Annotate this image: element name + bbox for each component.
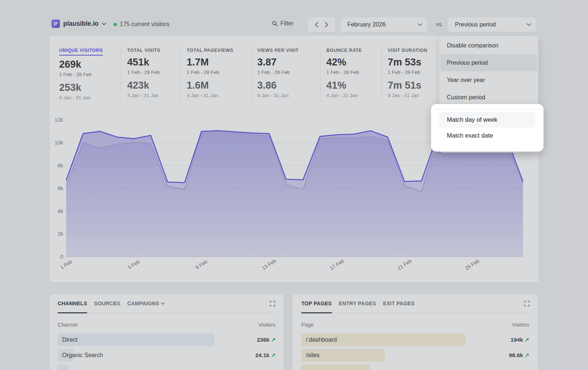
divider — [435, 109, 540, 110]
match-mode-spotlight: Match day of week Match exact date — [431, 104, 544, 152]
menu-item-match-exact-date[interactable]: Match exact date — [439, 128, 535, 143]
dim-overlay — [0, 0, 588, 370]
menu-item-match-day-of-week[interactable]: Match day of week — [439, 112, 535, 128]
